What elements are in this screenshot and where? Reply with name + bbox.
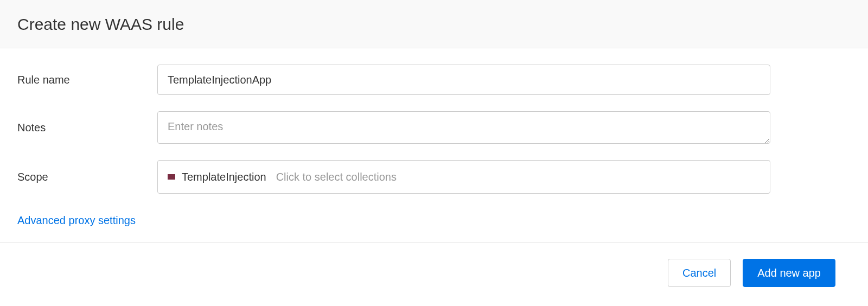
notes-label: Notes bbox=[17, 122, 157, 134]
cancel-button[interactable]: Cancel bbox=[668, 259, 731, 287]
notes-row: Notes bbox=[17, 111, 851, 144]
rule-name-row: Rule name bbox=[17, 65, 851, 95]
advanced-proxy-settings-link[interactable]: Advanced proxy settings bbox=[17, 214, 136, 227]
scope-placeholder: Click to select collections bbox=[276, 171, 397, 183]
add-new-app-button[interactable]: Add new app bbox=[743, 259, 835, 287]
scope-label: Scope bbox=[17, 171, 157, 183]
scope-chip-swatch bbox=[168, 174, 175, 180]
notes-input[interactable] bbox=[157, 111, 770, 144]
dialog-footer: Cancel Add new app bbox=[0, 242, 868, 303]
scope-chip-label: TemplateInjection bbox=[182, 171, 266, 183]
scope-row: Scope TemplateInjection Click to select … bbox=[17, 160, 851, 194]
page-title: Create new WAAS rule bbox=[17, 15, 851, 34]
dialog-header: Create new WAAS rule bbox=[0, 0, 868, 48]
scope-input[interactable]: TemplateInjection Click to select collec… bbox=[157, 160, 770, 194]
form-body: Rule name Notes Scope TemplateInjection … bbox=[0, 48, 868, 242]
rule-name-label: Rule name bbox=[17, 74, 157, 86]
rule-name-input[interactable] bbox=[157, 65, 770, 95]
